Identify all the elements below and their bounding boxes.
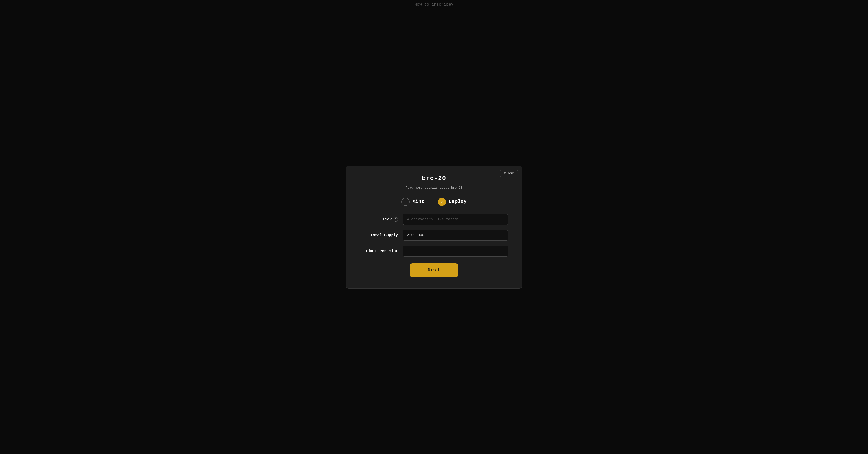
- tick-help-icon[interactable]: ?: [394, 217, 398, 222]
- total-supply-input[interactable]: [403, 230, 508, 241]
- mint-radio[interactable]: [401, 198, 410, 206]
- mint-label: Mint: [412, 199, 424, 204]
- mint-option[interactable]: Mint: [401, 198, 424, 206]
- brc20-details-link[interactable]: Read more details about brc-20: [360, 186, 508, 190]
- deploy-label: Deploy: [449, 199, 467, 204]
- limit-per-mint-input[interactable]: [403, 246, 508, 257]
- tick-input[interactable]: [403, 214, 508, 225]
- deploy-option[interactable]: Deploy: [438, 198, 467, 206]
- limit-per-mint-label: Limit Per Mint: [360, 249, 398, 253]
- modal-title: brc-20: [360, 175, 508, 182]
- deploy-radio[interactable]: [438, 198, 446, 206]
- background-hint: How to inscribe?: [414, 2, 454, 7]
- limit-per-mint-field-group: Limit Per Mint: [360, 246, 508, 257]
- close-button[interactable]: Close: [500, 170, 518, 177]
- modal-overlay: How to inscribe? Close brc-20 Read more …: [0, 0, 868, 454]
- tick-label: Tick ?: [360, 217, 398, 222]
- total-supply-field-group: Total Supply: [360, 230, 508, 241]
- operation-selector: Mint Deploy: [360, 198, 508, 206]
- tick-field-group: Tick ?: [360, 214, 508, 225]
- modal-container: Close brc-20 Read more details about brc…: [346, 166, 522, 289]
- next-button[interactable]: Next: [410, 263, 459, 277]
- total-supply-label: Total Supply: [360, 233, 398, 237]
